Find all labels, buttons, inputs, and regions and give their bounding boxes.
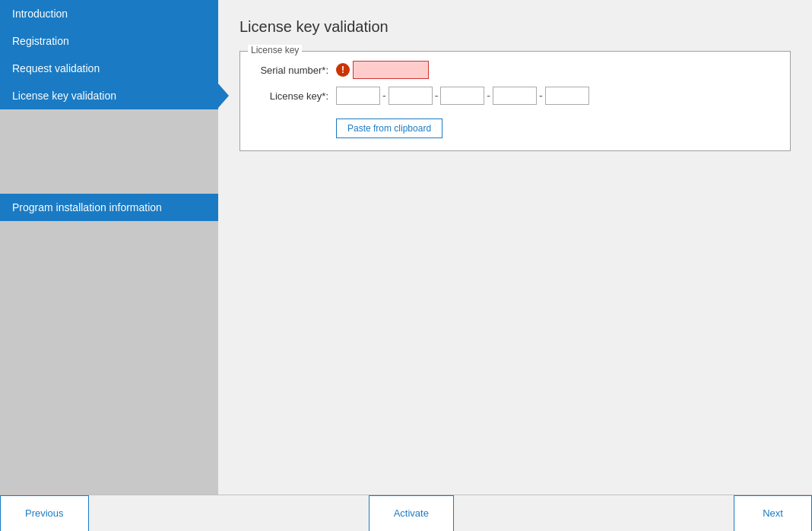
sidebar-item-license-key-validation-label: License key validation: [12, 90, 116, 102]
separator-3: -: [487, 90, 490, 102]
license-segment-1[interactable]: [336, 87, 380, 105]
serial-number-label: Serial number*:: [252, 65, 328, 76]
group-box-legend: License key: [248, 45, 302, 55]
sidebar-bottom-space: [0, 221, 218, 495]
content-spacer: [239, 151, 791, 479]
footer-center: Activate: [89, 495, 734, 532]
license-key-group: License key Serial number*: ! License ke…: [239, 51, 791, 151]
sidebar-item-request-validation-label: Request validation: [12, 62, 100, 74]
sidebar: Introduction Registration Request valida…: [0, 0, 218, 495]
serial-number-input[interactable]: [353, 61, 429, 79]
license-key-segments: - - - -: [336, 87, 589, 105]
separator-4: -: [539, 90, 543, 102]
error-icon: !: [336, 63, 350, 77]
license-segment-4[interactable]: [493, 87, 537, 105]
sidebar-item-program-installation-label: Program installation information: [12, 201, 162, 213]
license-key-label: License key*:: [252, 90, 328, 102]
sidebar-item-program-installation[interactable]: Program installation information: [0, 194, 218, 221]
page-title: License key validation: [239, 18, 791, 36]
content-area: License key validation License key Seria…: [218, 0, 812, 495]
next-button[interactable]: Next: [734, 495, 812, 532]
license-segment-2[interactable]: [389, 87, 433, 105]
license-key-row: License key*: - - - -: [252, 87, 778, 105]
sidebar-item-request-validation[interactable]: Request validation: [0, 55, 218, 82]
activate-button[interactable]: Activate: [369, 495, 454, 532]
main-container: Introduction Registration Request valida…: [0, 0, 812, 495]
license-segment-3[interactable]: [440, 87, 484, 105]
paste-button-row: Paste from clipboard: [252, 112, 778, 138]
sidebar-item-registration-label: Registration: [12, 35, 69, 47]
sidebar-item-introduction-label: Introduction: [12, 8, 68, 20]
sidebar-item-license-key-validation[interactable]: License key validation: [0, 82, 218, 109]
footer: Previous Activate Next: [0, 495, 812, 531]
sidebar-item-registration[interactable]: Registration: [0, 27, 218, 55]
separator-1: -: [382, 90, 386, 102]
sidebar-item-introduction[interactable]: Introduction: [0, 0, 218, 27]
serial-number-row: Serial number*: !: [252, 61, 778, 79]
license-segment-5[interactable]: [545, 87, 589, 105]
previous-button[interactable]: Previous: [0, 495, 89, 532]
separator-2: -: [435, 90, 439, 102]
paste-from-clipboard-button[interactable]: Paste from clipboard: [336, 119, 442, 138]
sidebar-spacer: [0, 109, 218, 182]
